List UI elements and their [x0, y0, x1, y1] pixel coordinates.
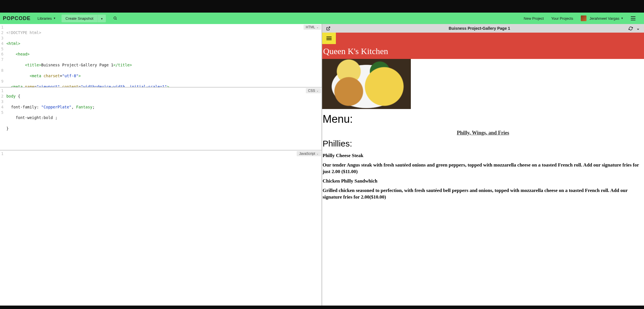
preview-column: Buisness Project-Gallery Page 1 ⌄ Queen … [322, 24, 644, 306]
menu-heading: Menu: [323, 113, 644, 125]
user-menu[interactable]: Jerahmeel Vargas ▼ [579, 14, 625, 22]
libraries-label: Libraries [37, 16, 52, 21]
chevron-down-icon: ⌄ [316, 152, 319, 155]
create-snapshot-button[interactable]: Create Snapshot [62, 15, 98, 22]
svg-point-0 [114, 17, 116, 19]
caret-down-icon: ▼ [621, 17, 623, 20]
user-name-label: Jerahmeel Vargas [590, 16, 620, 21]
js-pane-label: JavaScript [299, 152, 315, 156]
hero-food-image [322, 59, 411, 109]
menu-item-name: Chicken Philly Sandwhich [323, 178, 644, 185]
letterbox-bottom [0, 306, 644, 309]
libraries-menu[interactable]: Libraries ▼ [36, 15, 58, 22]
caret-down-icon: ▼ [100, 17, 103, 20]
caret-down-icon: ▼ [53, 17, 56, 20]
css-pane-toggle[interactable]: CSS ⌄ [306, 88, 321, 93]
avatar [581, 15, 586, 21]
section-heading-phillies: Phillies: [323, 139, 644, 148]
js-pane-toggle[interactable]: JavaScript ⌄ [297, 151, 321, 156]
js-editor[interactable]: 1 [0, 150, 322, 157]
svg-rect-3 [631, 18, 635, 19]
svg-line-5 [328, 27, 330, 29]
letterbox-top [0, 0, 644, 13]
site-menu-button[interactable] [322, 33, 336, 44]
chevron-down-icon: ⌄ [316, 89, 319, 92]
html-editor[interactable]: 1 2 3 4 5 6 7 8 9 <!DOCTYPE html> <html>… [0, 24, 322, 87]
site-title: Queen K's Kitchen [322, 44, 644, 59]
search-button[interactable] [112, 15, 119, 21]
refresh-icon [629, 26, 633, 31]
js-code-area[interactable] [5, 150, 7, 157]
snapshot-button-group: Create Snapshot ▼ [62, 15, 106, 22]
html-pane-toggle[interactable]: HTML ⌄ [304, 25, 321, 30]
top-toolbar: POPCODE Libraries ▼ Create Snapshot ▼ Ne… [0, 13, 644, 24]
svg-rect-2 [631, 16, 635, 17]
svg-line-1 [116, 19, 117, 20]
css-pane-label: CSS [308, 89, 315, 93]
preview-page-title: Buisness Project-Gallery Page 1 [332, 26, 627, 31]
hamburger-menu-button[interactable] [629, 15, 637, 21]
new-project-button[interactable]: New Project [522, 15, 546, 22]
editors-column: HTML ⌄ 1 2 3 4 5 6 7 8 9 <!D [0, 24, 322, 306]
external-link-icon [326, 26, 330, 31]
menu-category-link[interactable]: Philly, Wings, and Fries [322, 130, 644, 136]
hamburger-icon [326, 37, 332, 40]
snapshot-dropdown-button[interactable]: ▼ [97, 15, 106, 22]
collapse-preview-button[interactable]: ⌄ [635, 25, 642, 31]
workspace: HTML ⌄ 1 2 3 4 5 6 7 8 9 <!D [0, 24, 644, 306]
preview-title-bar: Buisness Project-Gallery Page 1 ⌄ [322, 24, 644, 33]
css-gutter: 1 2 3 4 5 [0, 88, 5, 150]
css-editor[interactable]: 1 2 3 4 5 body { font-family: "CopperPla… [0, 88, 322, 150]
search-icon [113, 16, 117, 20]
hamburger-icon [631, 16, 635, 20]
menu-item-name: Philly Cheese Steak [323, 152, 644, 159]
menu-item-description: Grilled chicken seasoned to perfection, … [323, 187, 644, 201]
css-editor-pane: CSS ⌄ 1 2 3 4 5 body { font-family: "Cop… [0, 87, 322, 150]
html-pane-label: HTML [306, 25, 315, 29]
menu-item-description: Our tender Angus steak with fresh sautée… [323, 162, 644, 175]
open-external-button[interactable] [324, 26, 332, 31]
preview-viewport[interactable]: Queen K's Kitchen Menu: Philly, Wings, a… [322, 33, 644, 306]
site-header: Queen K's Kitchen [322, 33, 644, 59]
refresh-preview-button[interactable] [627, 26, 635, 31]
html-editor-pane: HTML ⌄ 1 2 3 4 5 6 7 8 9 <!D [0, 24, 322, 87]
js-editor-pane: JavaScript ⌄ 1 [0, 150, 322, 306]
html-code-area[interactable]: <!DOCTYPE html> <html> <head> <title>Bui… [5, 24, 214, 87]
svg-rect-4 [631, 20, 635, 20]
js-gutter: 1 [0, 150, 5, 157]
html-gutter: 1 2 3 4 5 6 7 8 9 [0, 24, 5, 87]
css-code-area[interactable]: body { font-family: "CopperPlate", Fanta… [5, 88, 96, 150]
app-logo: POPCODE [3, 15, 31, 21]
your-projects-button[interactable]: Your Projects [550, 15, 575, 22]
chevron-down-icon: ⌄ [636, 26, 640, 31]
chevron-down-icon: ⌄ [316, 26, 319, 29]
